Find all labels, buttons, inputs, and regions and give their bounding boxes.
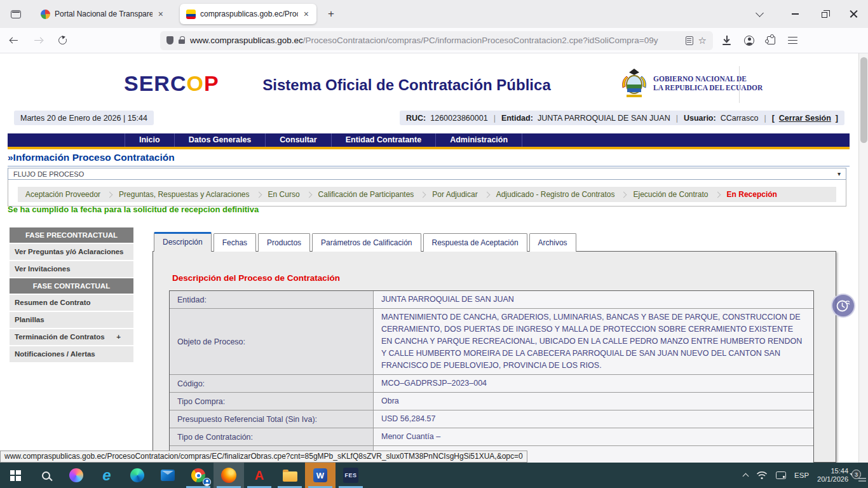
flow-select-label: FLUJO DE PROCESO: [13, 170, 84, 178]
taskbar-file-explorer-button[interactable]: [275, 463, 305, 488]
wifi-icon[interactable]: [756, 471, 768, 480]
flow-stage-por-adjudicar[interactable]: Por Adjudicar: [432, 190, 477, 199]
taskbar-firefox-button[interactable]: [214, 463, 244, 488]
flow-stage-en-curso[interactable]: En Curso: [268, 190, 300, 199]
forward-button[interactable]: [28, 32, 48, 50]
sidebar-item-label: Planillas: [15, 312, 44, 328]
restore-button[interactable]: [810, 0, 839, 28]
table-row: Entidad:JUNTA PARROQUIAL DE SAN JUAN: [170, 291, 813, 309]
row-value: Obra: [373, 393, 813, 410]
tracking-shield-icon[interactable]: [166, 36, 173, 44]
row-label: Entidad:: [170, 291, 373, 308]
nav-item-datos-generales[interactable]: Datos Generales: [175, 133, 266, 147]
tab-close-icon[interactable]: ×: [157, 9, 165, 19]
sidebar-item-ver-invitaciones[interactable]: Ver Invitaciones: [10, 261, 133, 277]
row-label: Código:: [170, 375, 373, 392]
sidebar-item-label: Ver Preguntas y/ó Aclaraciones: [15, 244, 124, 260]
taskbar-edge-button[interactable]: [122, 463, 153, 488]
sidebar-header-precontractual: FASE PRECONTRACTUAL: [10, 227, 133, 243]
sidebar-item-ver-preguntas[interactable]: Ver Preguntas y/ó Aclaraciones: [10, 244, 133, 260]
tab-respuesta[interactable]: Respuesta de Aceptación: [423, 233, 527, 252]
user-value: CCarrasco: [721, 114, 759, 123]
row-value: JUNTA PARROQUIAL DE SAN JUAN: [373, 291, 813, 308]
lock-icon[interactable]: [179, 39, 185, 44]
sidebar-menu: FASE PRECONTRACTUAL Ver Preguntas y/ó Ac…: [10, 227, 133, 363]
entity-value: JUNTA PARROQUIAL DE SAN JUAN: [538, 114, 670, 123]
chevron-separator-icon: [484, 191, 490, 198]
taskbar-fes-button[interactable]: FES: [336, 463, 366, 488]
account-icon[interactable]: [744, 36, 754, 46]
chevron-separator-icon: [107, 191, 113, 198]
flow-stage-calificacion[interactable]: Calificación de Participantes: [318, 190, 414, 199]
gold-accent-bar: [8, 147, 850, 149]
bookmark-star-icon[interactable]: ☆: [698, 35, 707, 46]
main-nav: Inicio Datos Generales Consultar Entidad…: [8, 133, 850, 147]
extensions-icon[interactable]: [767, 36, 775, 44]
tab-fechas[interactable]: Fechas: [214, 233, 256, 252]
firefox-view-button[interactable]: [6, 6, 25, 22]
row-label: Tipo Compra:: [170, 393, 373, 410]
nav-item-entidad-contratante[interactable]: Entidad Contratante: [332, 133, 436, 147]
datetime-chip: Martes 20 de Enero de 2026 | 15:44: [14, 111, 154, 125]
sidebar-item-terminacion-contratos[interactable]: Terminación de Contratos+: [10, 329, 133, 345]
nav-item-consultar[interactable]: Consultar: [266, 133, 331, 147]
address-input[interactable]: www.compraspublicas.gob.ec/ProcesoContra…: [160, 31, 713, 50]
sidebar-item-notificaciones[interactable]: Notificaciones / Alertas: [10, 346, 133, 362]
description-panel: Descripción del Proceso de Contratación …: [153, 251, 836, 463]
session-timer-widget[interactable]: [831, 294, 855, 318]
back-button[interactable]: [4, 32, 24, 50]
notification-count-badge: 3: [851, 470, 861, 479]
reload-button[interactable]: [52, 32, 72, 50]
sidebar-item-resumen-contrato[interactable]: Resumen de Contrato: [10, 295, 133, 311]
status-message: Se ha cumplido la fecha para la solicitu…: [8, 205, 259, 214]
row-value: MCO–GADPRSJP–2023–004: [373, 375, 813, 392]
downloads-icon[interactable]: [722, 36, 731, 45]
flow-stage-adjudicado[interactable]: Adjudicado - Registro de Contratos: [496, 190, 615, 199]
flow-stage-aceptacion-proveedor[interactable]: Aceptación Proveedor: [25, 190, 100, 199]
new-tab-button[interactable]: +: [323, 6, 339, 22]
taskbar-chrome-button[interactable]: [183, 463, 214, 488]
close-window-button[interactable]: [839, 0, 868, 28]
tab-parametros[interactable]: Parámetros de Calificación: [312, 233, 421, 252]
touch-keyboard-icon[interactable]: [776, 471, 786, 479]
taskbar-copilot-button[interactable]: [61, 463, 92, 488]
edge-icon: [130, 468, 144, 482]
taskbar-clock[interactable]: 15:44 20/1/2026: [817, 467, 848, 484]
separator: |: [763, 114, 767, 123]
browser-tab-compraspublicas[interactable]: compraspublicas.gob.ec/Proces ×: [180, 4, 316, 24]
process-flow-breadcrumb: Aceptación Proveedor Preguntas, Respuest…: [18, 187, 836, 202]
flow-stage-ejecucion[interactable]: Ejecución de Contrato: [633, 190, 708, 199]
minimize-button[interactable]: [780, 0, 810, 28]
scrollbar-thumb[interactable]: [860, 57, 867, 143]
sidebar-item-planillas[interactable]: Planillas: [10, 312, 133, 328]
tab-productos[interactable]: Productos: [258, 233, 310, 252]
menu-hamburger-icon[interactable]: [788, 37, 797, 44]
taskbar-outlook-button[interactable]: [153, 463, 183, 488]
taskbar-time: 15:44: [817, 467, 848, 475]
start-button[interactable]: [0, 463, 31, 488]
process-flow-container: Aceptación Proveedor Preguntas, Respuest…: [8, 180, 846, 207]
copilot-icon: [69, 468, 83, 482]
flow-stage-preguntas[interactable]: Preguntas, Respuestas y Aclaraciones: [119, 190, 249, 199]
taskbar-internet-explorer-button[interactable]: e: [92, 463, 122, 488]
taskbar-word-button[interactable]: W: [305, 463, 336, 488]
list-all-tabs-chevron-icon[interactable]: [756, 9, 764, 17]
tab-descripcion[interactable]: Descripción: [154, 232, 212, 252]
plus-expand-icon[interactable]: +: [116, 329, 121, 345]
toolbar-buttons: [722, 36, 808, 46]
taskbar-search-button[interactable]: [31, 463, 61, 488]
browser-tab-portal[interactable]: Portal Nacional de Transparenci ×: [34, 4, 171, 24]
flow-process-select[interactable]: FLUJO DE PROCESO ▾: [8, 168, 846, 180]
nav-item-administracion[interactable]: Administración: [436, 133, 522, 147]
nav-item-inicio[interactable]: Inicio: [125, 133, 175, 147]
tab-close-icon[interactable]: ×: [302, 9, 310, 19]
reader-mode-icon[interactable]: [686, 36, 693, 45]
logout-link[interactable]: Cerrar Sesión: [779, 114, 831, 123]
tray-overflow-chevron-icon[interactable]: [743, 473, 749, 480]
page-scrollbar[interactable]: [858, 53, 868, 463]
search-icon: [42, 471, 50, 480]
language-indicator[interactable]: ESP: [794, 471, 809, 479]
browser-url-bar: www.compraspublicas.gob.ec/ProcesoContra…: [0, 28, 868, 53]
tab-archivos[interactable]: Archivos: [529, 233, 576, 252]
taskbar-acrobat-button[interactable]: A: [244, 463, 275, 488]
